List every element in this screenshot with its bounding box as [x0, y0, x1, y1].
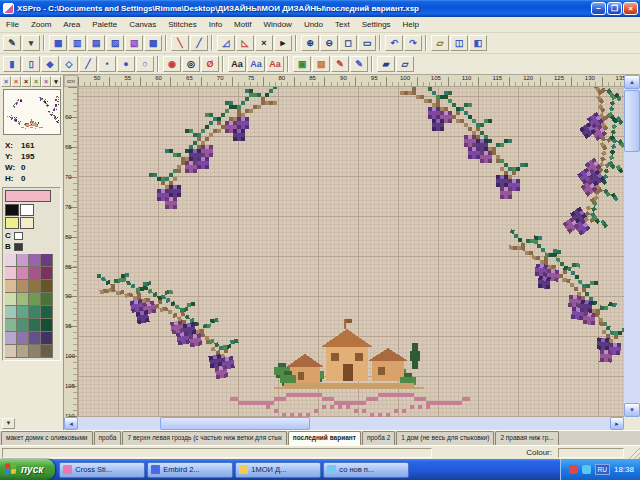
tab-3[interactable]: последний вариант	[288, 431, 361, 445]
palette-color-15[interactable]	[41, 293, 53, 306]
menu-stitches[interactable]: Stitches	[162, 19, 202, 30]
toolbar1-button-21[interactable]: ▭	[358, 35, 376, 51]
toolbar1-button-24[interactable]: ↷	[404, 35, 422, 51]
palette-color-12[interactable]	[5, 293, 17, 306]
toolbar1-button-15[interactable]: ×	[255, 35, 273, 51]
toolbar2-button-7[interactable]: ○	[136, 56, 154, 72]
toolbar1-button-7[interactable]: ▧	[125, 35, 143, 51]
toolbar1-button-18[interactable]: ⊕	[301, 35, 319, 51]
toolbar2-button-1[interactable]: ▯	[22, 56, 40, 72]
toolbar2-button-2[interactable]: ◆	[41, 56, 59, 72]
sidebar-tool-4[interactable]: ×	[41, 76, 51, 87]
letter-swatch[interactable]	[14, 243, 23, 251]
palette-color-25[interactable]	[17, 332, 29, 345]
palette-color-8[interactable]	[5, 280, 17, 293]
tab-6[interactable]: 2 правая ниж гр...	[495, 431, 558, 445]
toolbar2-button-10[interactable]: ◎	[182, 56, 200, 72]
toolbar2-button-20[interactable]: ✎	[350, 56, 368, 72]
palette-color-3[interactable]	[41, 254, 53, 267]
palette-color-20[interactable]	[5, 319, 17, 332]
sidebar-tool-2[interactable]: ×	[21, 76, 31, 87]
basic-swatch-0[interactable]	[5, 204, 19, 216]
palette-color-24[interactable]	[5, 332, 17, 345]
toolbar1-button-1[interactable]: ▾	[22, 35, 40, 51]
tab-0[interactable]: макет домик с оливковыми	[1, 431, 93, 445]
palette-color-4[interactable]	[5, 267, 17, 280]
vertical-scroll-thumb[interactable]	[624, 90, 640, 152]
toolbar1-button-8[interactable]: ▩	[144, 35, 162, 51]
toolbar1-button-23[interactable]: ↶	[385, 35, 403, 51]
basic-swatch-1[interactable]	[20, 204, 34, 216]
tab-1[interactable]: проба	[94, 431, 122, 445]
menu-area[interactable]: Area	[57, 19, 86, 30]
toolbar2-button-0[interactable]: ▮	[3, 56, 21, 72]
tab-2[interactable]: 7 верхн левая гроздь (с частью ниж ветки…	[122, 431, 286, 445]
toolbar2-button-17[interactable]: ▣	[293, 56, 311, 72]
toolbar1-button-0[interactable]: ✎	[3, 35, 21, 51]
menu-file[interactable]: File	[0, 19, 25, 30]
palette-color-29[interactable]	[17, 345, 29, 358]
scroll-up-button[interactable]: ▲	[624, 75, 640, 89]
palette-color-18[interactable]	[29, 306, 41, 319]
menu-settings[interactable]: Settings	[356, 19, 397, 30]
tab-4[interactable]: проба 2	[362, 431, 395, 445]
toolbar1-button-19[interactable]: ⊖	[320, 35, 338, 51]
minimize-button[interactable]: −	[591, 2, 606, 15]
palette-color-16[interactable]	[5, 306, 17, 319]
tray-icon-1[interactable]	[569, 465, 578, 474]
language-indicator[interactable]: RU	[595, 464, 610, 475]
toolbar2-button-19[interactable]: ✎	[331, 56, 349, 72]
toolbar1-button-4[interactable]: ▥	[68, 35, 86, 51]
design-canvas[interactable]	[78, 87, 624, 417]
palette-color-26[interactable]	[29, 332, 41, 345]
menu-undo[interactable]: Undo	[298, 19, 329, 30]
palette-color-5[interactable]	[17, 267, 29, 280]
sidebar-tool-5[interactable]: ▾	[51, 76, 61, 87]
basic-swatch-3[interactable]	[20, 217, 34, 229]
sidebar-tool-3[interactable]: ×	[31, 76, 41, 87]
menu-motif[interactable]: Motif	[228, 19, 257, 30]
toolbar2-button-13[interactable]: Aa	[228, 56, 246, 72]
sidebar-tool-0[interactable]: ×	[1, 76, 11, 87]
palette-color-0[interactable]	[5, 254, 17, 267]
palette-color-1[interactable]	[17, 254, 29, 267]
toolbar1-button-20[interactable]: ◻	[339, 35, 357, 51]
toolbar2-button-14[interactable]: Aa	[247, 56, 265, 72]
palette-color-28[interactable]	[5, 345, 17, 358]
menu-help[interactable]: Help	[397, 19, 425, 30]
palette-color-10[interactable]	[29, 280, 41, 293]
tray-icon-2[interactable]	[582, 465, 591, 474]
letter-swatch[interactable]	[14, 232, 23, 240]
start-button[interactable]: пуск	[0, 459, 55, 480]
toolbar1-button-14[interactable]: ◺	[236, 35, 254, 51]
toolbar2-button-4[interactable]: ╱	[79, 56, 97, 72]
toolbar1-button-5[interactable]: ▤	[87, 35, 105, 51]
toolbar1-button-3[interactable]: ▦	[49, 35, 67, 51]
menu-window[interactable]: Window	[257, 19, 297, 30]
palette-color-9[interactable]	[17, 280, 29, 293]
palette-color-7[interactable]	[41, 267, 53, 280]
toolbar1-button-13[interactable]: ◿	[217, 35, 235, 51]
menu-zoom[interactable]: Zoom	[25, 19, 57, 30]
toolbar1-button-27[interactable]: ◫	[450, 35, 468, 51]
toolbar1-button-10[interactable]: ╲	[171, 35, 189, 51]
palette-color-23[interactable]	[41, 319, 53, 332]
toolbar1-button-26[interactable]: ▱	[431, 35, 449, 51]
palette-color-31[interactable]	[41, 345, 53, 358]
palette-color-19[interactable]	[41, 306, 53, 319]
taskbar-button-1[interactable]: Embird 2...	[147, 462, 233, 478]
resize-grip[interactable]	[626, 446, 640, 460]
scroll-left-button[interactable]: ◄	[64, 417, 78, 430]
sidebar-tool-1[interactable]: ×	[11, 76, 21, 87]
taskbar-button-2[interactable]: 1МОИ Д...	[235, 462, 321, 478]
palette-color-11[interactable]	[41, 280, 53, 293]
taskbar-button-0[interactable]: Cross Sti...	[59, 462, 145, 478]
palette-color-27[interactable]	[41, 332, 53, 345]
horizontal-scroll-thumb[interactable]	[160, 417, 310, 430]
toolbar2-button-15[interactable]: Aa	[266, 56, 284, 72]
basic-swatch-2[interactable]	[5, 217, 19, 229]
toolbar1-button-6[interactable]: ▨	[106, 35, 124, 51]
palette-color-21[interactable]	[17, 319, 29, 332]
toolbar2-button-6[interactable]: ●	[117, 56, 135, 72]
tab-5[interactable]: 1 дом (не весь для стыковки)	[396, 431, 494, 445]
